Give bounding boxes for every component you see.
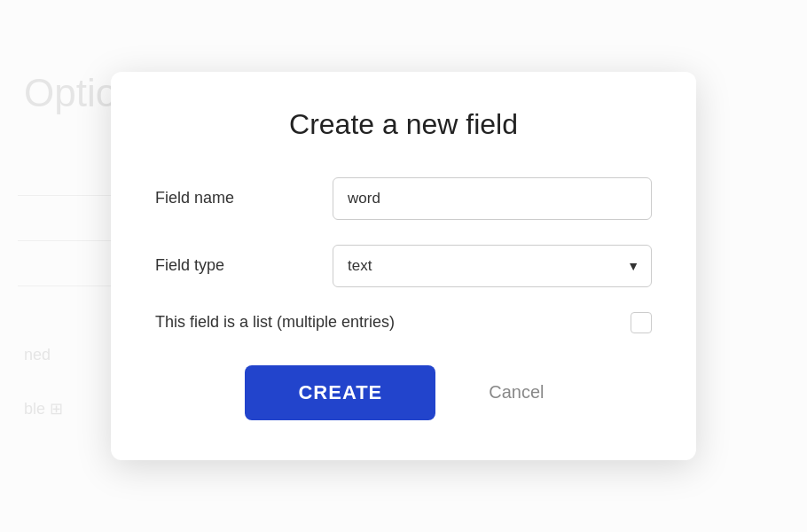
create-button[interactable]: CREATE — [245, 365, 435, 420]
list-checkbox-row: This field is a list (multiple entries) — [155, 312, 652, 333]
button-row: CREATE Cancel — [155, 365, 652, 420]
cancel-button[interactable]: Cancel — [471, 366, 561, 419]
field-type-label: Field type — [155, 256, 333, 275]
field-name-row: Field name — [155, 177, 652, 220]
field-type-select-wrapper: text number boolean date select ▼ — [333, 245, 652, 287]
modal-dialog: Create a new field Field name Field type… — [111, 72, 696, 459]
field-name-label: Field name — [155, 189, 333, 207]
modal-title: Create a new field — [155, 107, 652, 141]
list-checkbox-input[interactable] — [631, 312, 652, 333]
field-name-input[interactable] — [333, 177, 652, 220]
list-checkbox-label: This field is a list (multiple entries) — [155, 313, 631, 332]
field-type-select[interactable]: text number boolean date select — [333, 245, 652, 287]
field-type-row: Field type text number boolean date sele… — [155, 245, 652, 287]
